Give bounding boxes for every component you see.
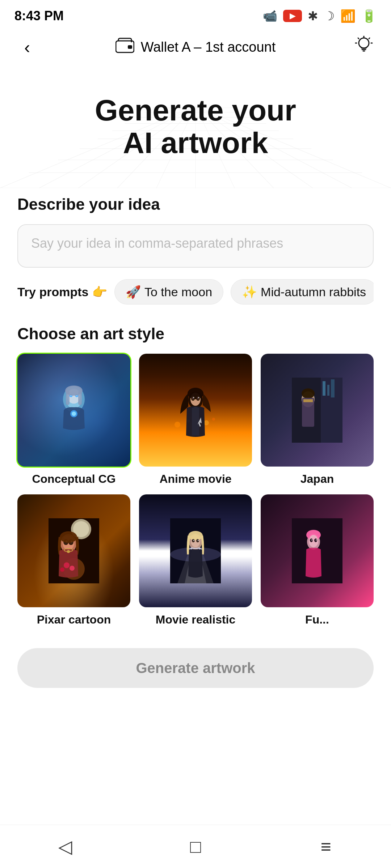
art-label-conceptual-cg: Conceptual CG xyxy=(32,472,115,486)
svg-point-87 xyxy=(193,540,194,541)
art-image-japan xyxy=(261,354,374,467)
svg-rect-39 xyxy=(78,391,82,405)
svg-point-61 xyxy=(302,388,315,399)
back-button[interactable]: ‹ xyxy=(14,34,40,60)
svg-rect-58 xyxy=(327,385,329,396)
wifi-icon: 📶 xyxy=(340,9,356,23)
art-image-pixar xyxy=(17,494,130,607)
hero-title: Generate yourAI artwork xyxy=(73,94,318,159)
lightbulb-button[interactable] xyxy=(351,34,377,60)
prompt-chip-rabbits[interactable]: ✨ Mid-autumn rabbits xyxy=(231,279,374,305)
art-label-movie-realistic: Movie realistic xyxy=(156,613,236,626)
svg-point-88 xyxy=(198,540,199,541)
svg-point-97 xyxy=(311,540,312,541)
svg-point-74 xyxy=(60,531,77,543)
art-style-item-fu[interactable]: Fu... xyxy=(261,494,374,626)
art-style-item-conceptual-cg[interactable]: Conceptual CG xyxy=(17,354,130,486)
prompt-chip-moon[interactable]: 🚀 To the moon xyxy=(114,279,223,305)
nav-home-icon: □ xyxy=(190,836,201,857)
wallet-selector[interactable]: Wallet A – 1st account xyxy=(115,37,276,57)
prompt-chip-rabbits-text: Mid-autumn rabbits xyxy=(261,285,366,299)
art-thumb-conceptual-cg xyxy=(17,354,130,467)
wallet-icon xyxy=(115,37,134,57)
lightbulb-icon xyxy=(354,36,373,59)
nav-back-icon: ◁ xyxy=(58,836,72,857)
try-prompts-label: Try prompts 👉 xyxy=(17,285,107,299)
art-image-movie-realistic xyxy=(139,494,252,607)
art-thumb-anime-movie xyxy=(139,354,252,467)
generate-artwork-button[interactable]: Generate artwork xyxy=(17,648,374,688)
svg-point-54 xyxy=(198,397,199,398)
camera-video-icon: 📹 xyxy=(263,9,277,23)
svg-rect-59 xyxy=(331,379,335,397)
nav-back-button[interactable]: ◁ xyxy=(47,829,83,865)
status-bar: 8:43 PM 📹 ▶ ✱ ☽ 📶 🔋 xyxy=(0,0,391,29)
art-style-grid: Conceptual CG xyxy=(17,354,374,626)
describe-label: Describe your idea xyxy=(17,195,374,213)
status-icons: 📹 ▶ ✱ ☽ 📶 🔋 xyxy=(263,9,377,23)
svg-point-53 xyxy=(193,397,194,398)
prompts-row: Try prompts 👉 🚀 To the moon ✨ Mid-autumn… xyxy=(17,279,374,305)
art-label-pixar: Pixar cartoon xyxy=(37,613,111,626)
nav-menu-icon: ≡ xyxy=(320,836,331,857)
svg-point-75 xyxy=(64,562,70,568)
back-arrow-icon: ‹ xyxy=(24,37,30,57)
svg-point-85 xyxy=(192,539,195,542)
svg-point-2 xyxy=(359,38,369,48)
nav-menu-button[interactable]: ≡ xyxy=(308,829,344,865)
svg-rect-1 xyxy=(128,45,132,49)
idea-input[interactable] xyxy=(17,224,374,268)
art-style-item-pixar[interactable]: Pixar cartoon xyxy=(17,494,130,626)
moon-icon: ☽ xyxy=(324,9,335,23)
art-label-japan: Japan xyxy=(300,472,334,486)
describe-section: Describe your idea xyxy=(17,195,374,269)
svg-line-5 xyxy=(358,38,359,39)
svg-point-98 xyxy=(316,540,317,541)
recording-indicator: ▶ xyxy=(283,10,302,22)
art-style-item-movie-realistic[interactable]: Movie realistic xyxy=(139,494,252,626)
art-image-anime-movie xyxy=(139,354,252,467)
hero-section: Generate yourAI artwork xyxy=(0,65,391,188)
bluetooth-icon: ✱ xyxy=(308,9,318,23)
rocket-icon: 🚀 xyxy=(126,285,141,299)
svg-point-41 xyxy=(72,412,76,416)
svg-rect-63 xyxy=(303,399,313,402)
svg-point-48 xyxy=(188,388,203,399)
art-style-item-anime-movie[interactable]: Anime movie xyxy=(139,354,252,486)
svg-rect-38 xyxy=(66,391,70,405)
art-label-anime-movie: Anime movie xyxy=(159,472,231,486)
svg-point-77 xyxy=(60,567,64,572)
svg-point-95 xyxy=(310,539,313,542)
art-image-conceptual-cg xyxy=(17,354,130,467)
art-style-section: Choose an art style xyxy=(17,325,374,626)
svg-point-86 xyxy=(196,539,199,542)
nav-home-button[interactable]: □ xyxy=(177,829,214,865)
svg-point-45 xyxy=(212,418,215,421)
main-content: Describe your idea Try prompts 👉 🚀 To th… xyxy=(0,195,391,749)
svg-point-42 xyxy=(175,422,180,427)
art-thumb-japan xyxy=(261,354,374,467)
svg-point-76 xyxy=(70,566,75,571)
prompt-chip-moon-text: To the moon xyxy=(144,285,212,299)
art-label-fu: Fu... xyxy=(305,613,329,626)
svg-line-4 xyxy=(369,38,370,39)
nav-header: ‹ Wallet A – 1st account xyxy=(0,29,391,65)
status-time: 8:43 PM xyxy=(14,8,64,24)
art-style-item-japan[interactable]: Japan xyxy=(261,354,374,486)
svg-point-96 xyxy=(314,539,317,542)
svg-point-79 xyxy=(67,550,70,553)
wallet-name: Wallet A – 1st account xyxy=(141,39,276,55)
svg-point-84 xyxy=(188,531,203,540)
art-image-fu xyxy=(261,494,374,607)
art-thumb-movie-realistic xyxy=(139,494,252,607)
art-style-label: Choose an art style xyxy=(17,325,374,343)
art-thumb-fu xyxy=(261,494,374,607)
svg-rect-57 xyxy=(323,381,325,396)
bottom-nav: ◁ □ ≡ xyxy=(0,825,391,868)
battery-icon: 🔋 xyxy=(361,9,377,23)
sparkle-icon: ✨ xyxy=(242,285,257,299)
art-thumb-pixar xyxy=(17,494,130,607)
